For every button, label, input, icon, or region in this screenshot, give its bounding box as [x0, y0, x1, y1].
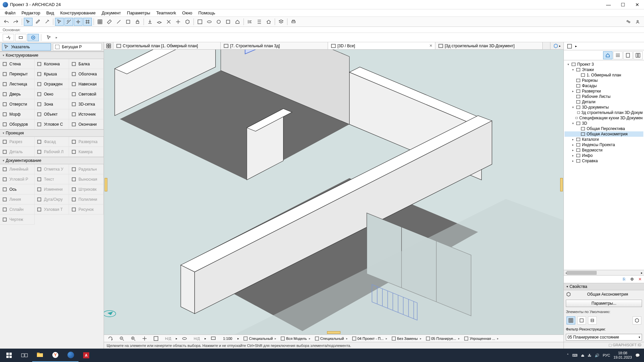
tree-item-0[interactable]: ▾Проект 3 — [565, 62, 643, 67]
inject-button[interactable] — [43, 18, 51, 26]
nav-tab-views[interactable] — [613, 51, 623, 59]
tree-item-3[interactable]: Разрезы — [565, 78, 643, 83]
tree-item-10[interactable]: Спецификации кухни 3D-Докумен — [565, 115, 643, 121]
bb-item-4[interactable]: Без Замены — [390, 336, 423, 341]
refresh-icon[interactable] — [106, 335, 115, 343]
fitwindow-button[interactable] — [196, 18, 204, 26]
tree-item-18[interactable]: ▸Справка — [565, 158, 643, 164]
tab-3[interactable]: [3д строительный план 3D-Документ] — [435, 42, 543, 49]
snap-guide-button[interactable] — [64, 18, 73, 26]
bottom-handle[interactable] — [327, 331, 340, 334]
solid-button[interactable] — [183, 18, 192, 26]
menu-1[interactable]: Редактор — [19, 10, 43, 16]
orbit-button[interactable] — [205, 18, 214, 26]
tool-construct-0[interactable]: Стена — [0, 59, 35, 69]
tab-2[interactable]: [3D / Все]✕ — [328, 42, 435, 49]
menu-8[interactable]: Помощь — [196, 10, 218, 16]
taskview-button[interactable] — [17, 349, 32, 362]
tool-construct-16[interactable]: Объект — [35, 109, 69, 119]
tree-item-11[interactable]: ▾3D — [565, 121, 643, 126]
align-button[interactable] — [246, 18, 254, 26]
tree-item-5[interactable]: ▸Развертки — [565, 88, 643, 94]
tray-volume-icon[interactable]: 🔊 — [595, 353, 599, 358]
pointer-tool[interactable]: Указатель — [2, 43, 51, 51]
marquee-tool[interactable]: Бегущая Р — [53, 43, 102, 51]
menu-0[interactable]: Файл — [2, 10, 18, 16]
start-button[interactable] — [1, 349, 17, 362]
navigator-tree[interactable]: ▾Проект 3▾Этажи1. Обмерный планРазрезыФа… — [564, 60, 644, 270]
cursor-mode-button[interactable] — [55, 18, 64, 26]
nav-settings-icon[interactable]: ⚙ — [629, 276, 635, 282]
home-view-button[interactable] — [264, 18, 273, 26]
tool-construct-8[interactable]: Навесная — [69, 79, 104, 89]
zoom-label[interactable]: 1:100 — [220, 337, 235, 341]
tool-construct-17[interactable]: Источник — [69, 109, 104, 119]
measure-button[interactable] — [114, 18, 123, 26]
undo-button[interactable] — [2, 18, 11, 26]
tool-construct-9[interactable]: Дверь — [0, 89, 35, 99]
seg-1[interactable] — [3, 34, 14, 41]
tab-overview-button[interactable] — [104, 42, 113, 49]
trim-button[interactable] — [164, 18, 173, 26]
home-button[interactable] — [233, 18, 242, 26]
tree-item-7[interactable]: Детали — [565, 99, 643, 105]
tree-item-6[interactable]: Рабочие Листы — [565, 94, 643, 99]
tool-construct-7[interactable]: Огражден — [35, 79, 69, 89]
suspend-button[interactable] — [124, 18, 132, 26]
tool-construct-6[interactable]: Лестница — [0, 79, 35, 89]
seg-2[interactable] — [15, 34, 26, 41]
menu-7[interactable]: Окно — [179, 10, 195, 16]
tool-construct-5[interactable]: Оболочка — [69, 69, 104, 79]
tool-construct-11[interactable]: Световой — [69, 89, 104, 99]
section-construct[interactable]: Конструирование — [0, 52, 104, 59]
tool-construct-19[interactable]: Угловое С — [35, 119, 69, 129]
tree-item-16[interactable]: ▸Ведомости — [565, 147, 643, 153]
tree-item-2[interactable]: 1. Обмерный план — [565, 72, 643, 78]
tool-construct-1[interactable]: Колонна — [35, 59, 69, 69]
ruler-button[interactable] — [105, 18, 114, 26]
bb-item-5[interactable]: 05 Планируе... — [424, 336, 462, 341]
filter-select[interactable]: 05 Планируемое состояние▾ — [566, 334, 642, 341]
tree-item-8[interactable]: ▾3D-документы — [565, 105, 643, 110]
tool-construct-4[interactable]: Крыша — [35, 69, 69, 79]
teamwork2-button[interactable] — [633, 18, 642, 26]
yandex-button[interactable]: Y — [48, 349, 63, 362]
teamwork1-button[interactable] — [624, 18, 633, 26]
tab-0[interactable]: Строительный план [1. Обмерный план] — [113, 42, 221, 49]
tray-usb-icon[interactable]: ⏏ — [581, 353, 584, 358]
3dcut-button[interactable] — [224, 18, 232, 26]
tool-document-6[interactable]: Ось — [0, 184, 35, 194]
zoomin-icon[interactable] — [129, 335, 138, 343]
tray-keyboard-icon[interactable]: ⌨ — [572, 353, 578, 358]
tool-construct-14[interactable]: 3D-сетка — [69, 99, 104, 109]
nav-tab-project[interactable] — [603, 51, 612, 59]
default-2-icon[interactable] — [577, 316, 586, 324]
tab-close-2[interactable]: ✕ — [429, 44, 432, 48]
adjust-button[interactable] — [174, 18, 182, 26]
menu-6[interactable]: Teamwork — [154, 10, 179, 16]
edit-plane-button[interactable] — [155, 18, 164, 26]
nav-hscroll[interactable]: ◂ ▸ — [564, 270, 644, 275]
tool-construct-12[interactable]: Отверсти — [0, 99, 35, 109]
tool-construct-13[interactable]: Зона — [35, 99, 69, 109]
tool-construct-10[interactable]: Окно — [35, 89, 69, 99]
nav-delete-icon[interactable]: ✕ — [637, 276, 643, 282]
screen-icon[interactable] — [209, 335, 218, 343]
seg-cursor[interactable] — [43, 34, 55, 41]
explore-button[interactable] — [214, 18, 223, 26]
orbit2-icon[interactable] — [180, 335, 189, 343]
section-projection[interactable]: Проекция — [0, 129, 104, 137]
seg-3[interactable] — [28, 34, 39, 41]
lock-button[interactable] — [133, 18, 142, 26]
tab-nav-button[interactable]: ▸ — [550, 42, 564, 49]
bb-item-1[interactable]: Вся Модель — [279, 336, 312, 341]
default-3-icon[interactable] — [588, 316, 597, 324]
3d-viewport[interactable] — [104, 50, 564, 335]
acrobat-button[interactable]: A — [78, 349, 94, 362]
explorer-button[interactable] — [32, 349, 48, 362]
bb-item-6[interactable]: Упрощенная ... — [463, 336, 500, 341]
tree-item-17[interactable]: ▸Инфо — [565, 153, 643, 158]
tray-clock[interactable]: 18:08 19.01.2023 — [613, 351, 632, 360]
tree-item-12[interactable]: Общая Перспектива — [565, 126, 643, 131]
tree-item-13[interactable]: Общая Аксонометрия — [565, 131, 643, 137]
